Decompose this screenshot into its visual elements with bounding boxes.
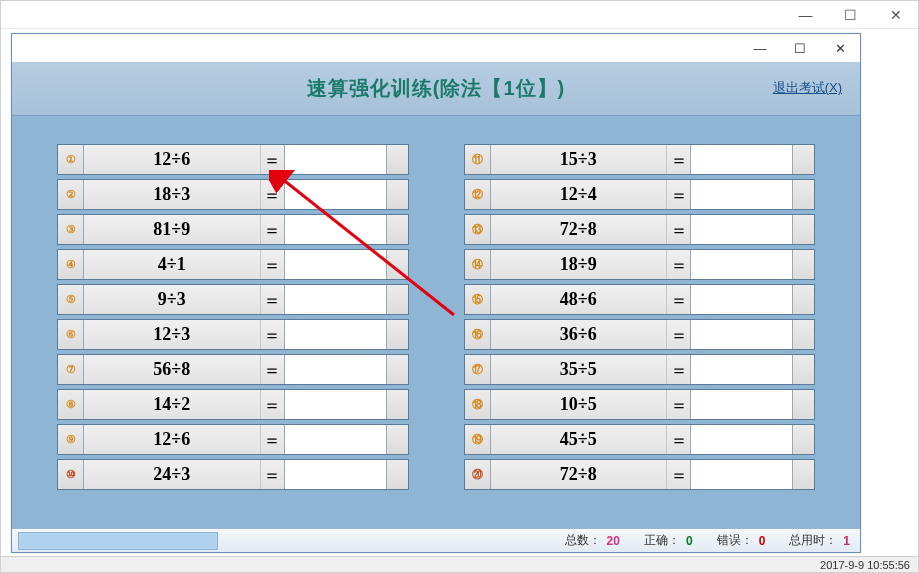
answer-input[interactable] (691, 145, 792, 174)
problem-number: ② (58, 180, 84, 209)
problem-expression: 14÷2 (84, 390, 260, 419)
problem-expression: 12÷6 (84, 145, 260, 174)
answer-cell (690, 215, 792, 244)
answer-input[interactable] (285, 145, 386, 174)
left-column: ①12÷6＝②18÷3＝③81÷9＝④4÷1＝⑤9÷3＝⑥12÷3＝⑦56÷8＝… (57, 144, 409, 510)
problem-expression: 10÷5 (491, 390, 667, 419)
answer-input[interactable] (285, 215, 386, 244)
row-tail (792, 145, 814, 174)
problem-row: ②18÷3＝ (57, 179, 409, 210)
answer-input[interactable] (691, 390, 792, 419)
answer-input[interactable] (691, 355, 792, 384)
outer-minimize-button[interactable]: — (783, 1, 828, 29)
inner-maximize-button[interactable]: ☐ (780, 34, 820, 62)
answer-cell (284, 390, 386, 419)
answer-cell (690, 320, 792, 349)
app-area: 速算强化训练(除法【1位】) 退出考试(X) ①12÷6＝②18÷3＝③81÷9… (12, 62, 860, 552)
answer-cell (284, 320, 386, 349)
answer-input[interactable] (691, 285, 792, 314)
row-tail (792, 460, 814, 489)
problem-number: ⑭ (465, 250, 491, 279)
outer-titlebar: — ☐ ✕ (1, 1, 918, 29)
inner-close-button[interactable]: ✕ (820, 34, 860, 62)
status-bar: 总数： 20 正确： 0 错误： 0 总用时： 1 (12, 528, 860, 552)
problem-row: ③81÷9＝ (57, 214, 409, 245)
answer-input[interactable] (691, 250, 792, 279)
problem-number: ⑯ (465, 320, 491, 349)
equals-sign: ＝ (666, 390, 690, 419)
equals-sign: ＝ (666, 285, 690, 314)
time-value: 1 (843, 534, 850, 548)
status-timestamp: 2017-9-9 10:55:56 (820, 559, 910, 571)
correct-value: 0 (686, 534, 693, 548)
outer-body: — ☐ ✕ 速算强化训练(除法【1位】) 退出考试(X) ①12÷6＝②18÷3… (1, 29, 918, 556)
problem-expression: 56÷8 (84, 355, 260, 384)
problem-row: ⑨12÷6＝ (57, 424, 409, 455)
inner-minimize-button[interactable]: — (740, 34, 780, 62)
answer-input[interactable] (285, 320, 386, 349)
inner-titlebar: — ☐ ✕ (12, 34, 860, 62)
answer-input[interactable] (691, 320, 792, 349)
equals-sign: ＝ (260, 390, 284, 419)
problem-row: ⑦56÷8＝ (57, 354, 409, 385)
outer-maximize-button[interactable]: ☐ (828, 1, 873, 29)
problem-number: ⑩ (58, 460, 84, 489)
outer-close-button[interactable]: ✕ (873, 1, 918, 29)
answer-cell (690, 180, 792, 209)
problem-row: ①12÷6＝ (57, 144, 409, 175)
answer-cell (690, 425, 792, 454)
answer-input[interactable] (691, 425, 792, 454)
answer-cell (284, 145, 386, 174)
problem-expression: 12÷3 (84, 320, 260, 349)
outer-status-bar: 2017-9-9 10:55:56 (1, 556, 918, 572)
row-tail (386, 390, 408, 419)
wrong-label: 错误： (717, 532, 753, 549)
answer-input[interactable] (691, 215, 792, 244)
equals-sign: ＝ (260, 355, 284, 384)
problem-expression: 24÷3 (84, 460, 260, 489)
total-label: 总数： (565, 532, 601, 549)
problem-expression: 15÷3 (491, 145, 667, 174)
equals-sign: ＝ (666, 425, 690, 454)
answer-input[interactable] (691, 180, 792, 209)
equals-sign: ＝ (260, 215, 284, 244)
answer-cell (284, 460, 386, 489)
worksheet: ①12÷6＝②18÷3＝③81÷9＝④4÷1＝⑤9÷3＝⑥12÷3＝⑦56÷8＝… (12, 116, 860, 528)
problem-number: ⑬ (465, 215, 491, 244)
row-tail (792, 390, 814, 419)
row-tail (386, 320, 408, 349)
equals-sign: ＝ (666, 250, 690, 279)
problem-row: ⑬72÷8＝ (464, 214, 816, 245)
problem-expression: 4÷1 (84, 250, 260, 279)
problem-row: ⑩24÷3＝ (57, 459, 409, 490)
exit-exam-link[interactable]: 退出考试(X) (773, 79, 842, 97)
answer-input[interactable] (285, 390, 386, 419)
problem-number: ⑫ (465, 180, 491, 209)
answer-input[interactable] (285, 425, 386, 454)
answer-cell (690, 250, 792, 279)
problem-number: ⑪ (465, 145, 491, 174)
row-tail (792, 285, 814, 314)
answer-cell (284, 250, 386, 279)
answer-cell (284, 180, 386, 209)
problem-number: ⑧ (58, 390, 84, 419)
answer-cell (690, 145, 792, 174)
problem-expression: 36÷6 (491, 320, 667, 349)
problem-row: ⑮48÷6＝ (464, 284, 816, 315)
row-tail (386, 425, 408, 454)
problem-number: ⑰ (465, 355, 491, 384)
problem-expression: 35÷5 (491, 355, 667, 384)
equals-sign: ＝ (260, 250, 284, 279)
row-tail (792, 320, 814, 349)
answer-input[interactable] (285, 460, 386, 489)
row-tail (386, 215, 408, 244)
answer-input[interactable] (285, 250, 386, 279)
answer-input[interactable] (285, 285, 386, 314)
problem-number: ⑨ (58, 425, 84, 454)
answer-cell (690, 460, 792, 489)
answer-input[interactable] (285, 180, 386, 209)
answer-input[interactable] (691, 460, 792, 489)
problem-row: ⑤9÷3＝ (57, 284, 409, 315)
answer-input[interactable] (285, 355, 386, 384)
problem-number: ③ (58, 215, 84, 244)
